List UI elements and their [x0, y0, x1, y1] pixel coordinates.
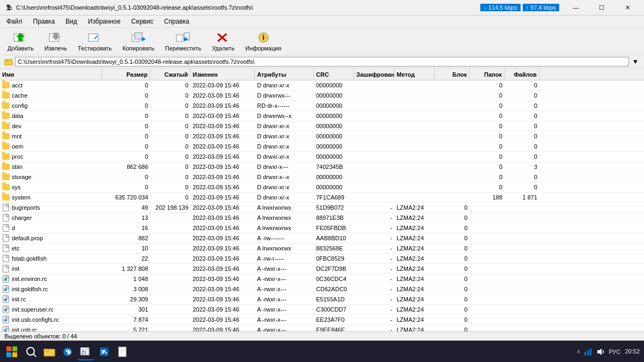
address-input[interactable]	[15, 57, 629, 67]
table-row[interactable]: init.usb.configfs.rc7 8742022-03-09 15:4…	[0, 315, 644, 325]
systray-arrow[interactable]: ∧	[576, 348, 581, 355]
file-name: default.prop	[12, 235, 43, 241]
menu-edit[interactable]: Правка	[29, 17, 60, 26]
language-button[interactable]: РУС	[606, 348, 623, 356]
col-modified[interactable]: Изменен	[191, 69, 255, 80]
table-row[interactable]: sbin862 68602022-03-09 15:46D drwxr-x---…	[0, 162, 644, 172]
table-row[interactable]: data002022-03-09 15:46D drwxrwx--x000000…	[0, 111, 644, 121]
taskbar-edge[interactable]	[59, 343, 76, 360]
start-button[interactable]	[2, 342, 21, 361]
taskbar: 7z ∧ РУС	[0, 341, 644, 362]
move-button[interactable]: Переместить	[162, 30, 204, 53]
folder-icon	[2, 112, 10, 120]
taskbar-explorer[interactable]	[41, 343, 58, 360]
table-row[interactable]: sys002022-03-09 15:46D drwxr-xr-x0000000…	[0, 182, 644, 193]
file-name: fstab.goldfish	[12, 255, 47, 262]
volume-icon	[596, 348, 604, 356]
menu-tools[interactable]: Сервис	[127, 17, 158, 26]
image-file-icon	[2, 316, 10, 323]
file-icon	[2, 234, 10, 242]
extract-button[interactable]: Извлечь	[41, 30, 70, 53]
menu-file[interactable]: Файл	[2, 17, 27, 26]
file-list-container: Имя Размер Сжатый Изменен Атрибуты CRC З…	[0, 69, 644, 331]
address-arrow[interactable]: ▼	[631, 57, 640, 66]
table-row[interactable]: fstab.goldfish222022-03-09 15:46A -rw-r-…	[0, 254, 644, 264]
col-crc[interactable]: CRC	[314, 69, 354, 80]
table-row[interactable]: config002022-03-09 15:46RD dr-x------000…	[0, 101, 644, 111]
table-row[interactable]: proc002022-03-09 15:46D drwxr-xr-x000000…	[0, 152, 644, 162]
download-speed: ↓ 114,5 kbps	[480, 4, 520, 11]
col-folders[interactable]: Папок	[470, 69, 504, 80]
col-size[interactable]: Размер	[102, 69, 150, 80]
svg-rect-30	[100, 348, 108, 356]
table-row[interactable]: etc102022-03-09 15:46A lrwxrwxrwx8832568…	[0, 243, 644, 254]
folder-icon	[2, 102, 10, 109]
file-name: sys	[12, 184, 21, 190]
file-icon	[2, 245, 10, 252]
menu-help[interactable]: Справка	[160, 17, 194, 26]
col-method[interactable]: Метод	[394, 69, 435, 80]
upload-speed: ↑ 97,4 kbps	[523, 4, 559, 11]
col-attr[interactable]: Атрибуты	[255, 69, 314, 80]
taskbar-notepad[interactable]	[114, 343, 131, 360]
file-name: init	[12, 265, 19, 272]
taskbar-7zip[interactable]: 7z	[77, 343, 94, 360]
table-row[interactable]: charger132022-03-09 15:46A lrwxrwxrwx889…	[0, 213, 644, 223]
table-row[interactable]: default.prop8822022-03-09 15:46A -rw----…	[0, 233, 644, 243]
menu-favorites[interactable]: Избранное	[84, 17, 125, 26]
col-name[interactable]: Имя	[0, 69, 102, 80]
table-row[interactable]: init.rc29 3092022-03-09 15:46A -rwxr-x--…	[0, 294, 644, 305]
extract-icon	[47, 31, 64, 44]
table-row[interactable]: init.goldfish.rc3 0082022-03-09 15:46A -…	[0, 284, 644, 294]
folder-icon	[2, 143, 10, 150]
speed-indicator: ↓ 114,5 kbps ↑ 97,4 kbps	[480, 4, 559, 11]
table-row[interactable]: init1 327 8082022-03-09 15:46A -rwxr-x--…	[0, 264, 644, 274]
maximize-button[interactable]: ☐	[589, 2, 614, 13]
svg-rect-18	[6, 346, 11, 351]
image-file-icon	[2, 295, 10, 303]
svg-marker-8	[142, 37, 146, 41]
file-name: charger	[12, 215, 32, 221]
table-row[interactable]: init.environ.rc1 0482022-03-09 15:46A -r…	[0, 274, 644, 284]
test-button[interactable]: ✓ Тестировать	[75, 30, 115, 53]
info-button[interactable]: i Информация	[242, 30, 284, 53]
col-encrypted[interactable]: Зашифрован	[354, 69, 394, 80]
table-row[interactable]: acct002022-03-09 15:46D drwxr-xr-x000000…	[0, 80, 644, 91]
file-list-body[interactable]: acct002022-03-09 15:46D drwxr-xr-x000000…	[0, 80, 644, 331]
folder-icon	[2, 132, 10, 140]
image-file-icon	[2, 326, 10, 331]
menu-view[interactable]: Вид	[61, 17, 82, 26]
address-bar: ▼	[0, 55, 644, 69]
file-list-header: Имя Размер Сжатый Изменен Атрибуты CRC З…	[0, 69, 644, 80]
file-name: data	[12, 113, 23, 119]
table-row[interactable]: init.superuser.rc3012022-03-09 15:46A -r…	[0, 305, 644, 315]
table-row[interactable]: cache002022-03-09 15:46D drwxrwx---00000…	[0, 91, 644, 101]
table-row[interactable]: d162022-03-09 15:46A lrwxrwxrwxFE05FBDB-…	[0, 223, 644, 233]
delete-button[interactable]: Удалить	[209, 30, 238, 53]
folder-icon	[2, 92, 10, 99]
file-name: d	[12, 225, 15, 231]
close-button[interactable]: ✕	[615, 2, 640, 13]
table-row[interactable]: system635 720 03402022-03-09 15:46D drwx…	[0, 193, 644, 203]
col-compressed[interactable]: Сжатый	[150, 69, 191, 80]
col-block[interactable]: Блок	[435, 69, 470, 80]
table-row[interactable]: init.usb.rc5 7212022-03-09 15:46A -rwxr-…	[0, 325, 644, 331]
add-button[interactable]: Добавить	[4, 30, 37, 53]
copy-button[interactable]: Копировать	[119, 30, 157, 53]
svg-rect-21	[12, 352, 17, 357]
col-files[interactable]: Файлов	[504, 69, 539, 80]
table-row[interactable]: mnt002022-03-09 15:46D drwxr-xr-x0000000…	[0, 131, 644, 142]
systray: ∧	[576, 348, 604, 356]
add-icon	[12, 31, 29, 44]
file-name: init.environ.rc	[12, 276, 47, 282]
table-row[interactable]: bugreports49202 198 1392022-03-09 15:46A…	[0, 203, 644, 213]
table-row[interactable]: storage002022-03-09 15:46D drwxr-x--x000…	[0, 172, 644, 182]
taskbar-vscode[interactable]	[96, 343, 113, 360]
address-icon	[4, 57, 13, 66]
taskbar-search[interactable]	[23, 343, 40, 360]
file-name: acct	[12, 82, 23, 88]
title-bar-controls: — ☐ ✕	[564, 2, 640, 13]
minimize-button[interactable]: —	[564, 2, 588, 13]
table-row[interactable]: dev002022-03-09 15:46D drwxr-xr-x0000000…	[0, 121, 644, 131]
table-row[interactable]: oem002022-03-09 15:46D drwxr-xr-x0000000…	[0, 142, 644, 152]
